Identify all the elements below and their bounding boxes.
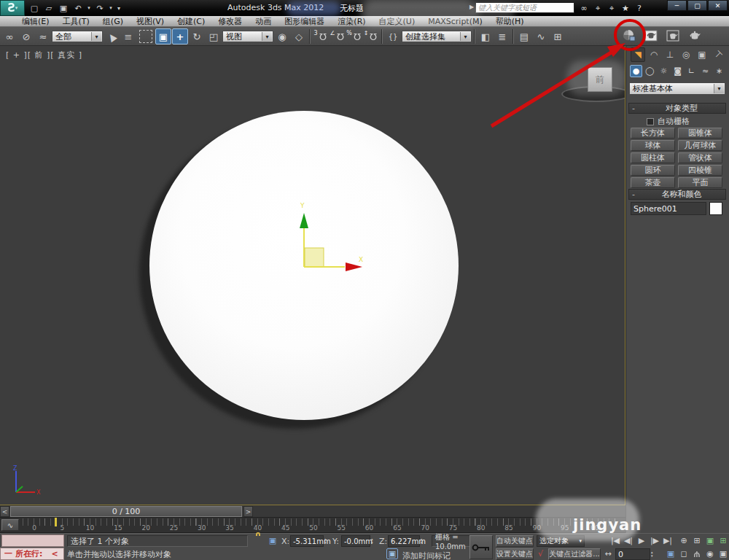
previous-key-icon[interactable]: ◀| (623, 535, 634, 546)
primitive-category-dropdown[interactable]: 标准基本体▾ (629, 82, 725, 95)
object-type-button-plane[interactable]: 平面 (678, 177, 722, 188)
autogrid-checkbox[interactable] (647, 118, 654, 125)
maxscript-listener-line[interactable]: 一 所在行: < (0, 548, 64, 560)
time-slider-track[interactable]: < 0 / 100 > (0, 505, 625, 518)
select-by-name-icon[interactable]: ≡ (120, 28, 136, 44)
x-coordinate-field[interactable]: -5.311mm (290, 535, 324, 547)
maximize-button[interactable]: ▢ (687, 0, 707, 11)
category-geometry-icon[interactable]: ● (630, 65, 642, 77)
pan-hand-icon[interactable]: Ψ (691, 548, 703, 559)
select-object-icon[interactable]: ▲ (101, 28, 123, 45)
save-file-icon[interactable]: ▣ (57, 1, 70, 15)
z-spinner[interactable]: ▴▾ (421, 535, 427, 547)
zoom-region-icon[interactable]: ◻ (678, 548, 690, 559)
render-setup-icon[interactable] (642, 28, 660, 44)
percent-snap-toggle-icon[interactable]: %Ω (346, 28, 362, 44)
current-frame-field[interactable]: 0 (615, 548, 650, 560)
zoom-extents-selected-icon[interactable]: ▣ (665, 548, 677, 559)
category-systems-icon[interactable]: ∗ (713, 65, 725, 77)
menu-create[interactable]: 创建(C) (177, 16, 205, 27)
material-editor-icon[interactable] (620, 28, 638, 44)
menu-views[interactable]: 视图(V) (136, 16, 164, 27)
tab-create-icon[interactable]: ◥ (631, 47, 645, 62)
object-type-button-tube[interactable]: 管状体 (678, 152, 722, 163)
menu-rendering[interactable]: 渲染(R) (338, 16, 365, 27)
undo-flyout-icon[interactable]: ▾ (86, 1, 92, 15)
mirror-icon[interactable]: ◧ (477, 28, 494, 44)
zoom-extents-all-icon[interactable]: ⊞ (717, 535, 729, 546)
collapse-icon[interactable]: - (629, 104, 638, 113)
front-viewport[interactable]: [ + ][ 前 ][ 真实 ] 前 Y X Z X (0, 46, 625, 505)
menu-tools[interactable]: 工具(T) (63, 16, 90, 27)
y-coordinate-field[interactable]: -0.0mm (341, 535, 370, 547)
help-icon[interactable]: ? (634, 2, 645, 14)
category-space-warps-icon[interactable]: ≈ (699, 65, 712, 77)
minimize-button[interactable]: ─ (667, 0, 687, 11)
set-key-button[interactable]: 设置关键点 (496, 548, 534, 560)
object-color-swatch[interactable] (709, 202, 722, 215)
dropdown-arrow-icon[interactable]: ▾ (91, 32, 101, 41)
go-to-start-icon[interactable]: |◀ (609, 535, 621, 546)
infocenter-flyout-icon[interactable]: ▶ (469, 4, 474, 10)
open-mini-curve-editor-icon[interactable]: ∿ (1, 519, 19, 531)
category-helpers-icon[interactable]: ∟ (685, 65, 698, 77)
undo-icon[interactable]: ↶ (71, 1, 85, 15)
bind-to-space-warp-icon[interactable]: ≈ (35, 28, 51, 44)
tab-modify-icon[interactable]: ◠ (647, 47, 661, 62)
add-time-tag[interactable]: 添加时间标记 (402, 551, 451, 560)
object-name-field[interactable]: Sphere001 (631, 202, 706, 215)
zoom-extents-icon[interactable]: ▣ (704, 535, 716, 546)
communication-center-icon[interactable]: ⌖ (606, 2, 617, 14)
y-spinner[interactable]: ▴▾ (371, 535, 378, 547)
reference-coordinate-system-dropdown[interactable]: 视图▾ (222, 31, 273, 42)
object-type-button-pyramid[interactable]: 四棱锥 (678, 165, 722, 176)
collapse-icon[interactable]: - (629, 190, 638, 199)
zoom-all-icon[interactable]: ⊞ (691, 535, 703, 546)
named-selection-sets-dropdown[interactable]: 创建选择集▾ (402, 31, 472, 42)
layer-manager-icon[interactable]: ▤ (516, 28, 532, 44)
menu-help[interactable]: 帮助(H) (496, 16, 524, 27)
maximize-viewport-toggle-icon[interactable]: ▣ (717, 548, 729, 559)
object-type-button-geosphere[interactable]: 几何球体 (678, 140, 722, 151)
dropdown-arrow-icon[interactable]: ▾ (460, 32, 470, 41)
time-slider-handle[interactable]: 0 / 100 (10, 506, 242, 517)
next-frame-arrow[interactable]: > (243, 506, 253, 517)
listener-scroll-arrow[interactable]: < (51, 549, 58, 559)
menu-customize[interactable]: 自定义(U) (379, 16, 416, 27)
zoom-icon[interactable]: ⊕ (678, 535, 690, 546)
menu-modifiers[interactable]: 修改器 (218, 16, 242, 27)
snaps-toggle-icon[interactable]: 3Ω (313, 28, 329, 44)
window-crossing-toggle-icon[interactable]: ▣ (155, 28, 171, 44)
tab-utilities-icon[interactable]: ⊤ (708, 44, 728, 65)
object-type-button-cylinder[interactable]: 圆柱体 (631, 152, 675, 163)
object-type-button-sphere[interactable]: 球体 (631, 140, 675, 151)
track-bar[interactable]: ∿ 05101520253035404550556065707580859095… (0, 518, 625, 533)
tab-motion-icon[interactable]: ◎ (679, 47, 693, 62)
favorites-star-icon[interactable]: ★ (620, 2, 631, 14)
play-animation-icon[interactable]: ▶ (636, 535, 647, 546)
curve-editor-icon[interactable]: ∿ (533, 28, 549, 44)
app-logo-button[interactable]: ◥S▾ (0, 0, 25, 16)
rendered-frame-window-icon[interactable] (664, 28, 682, 44)
absolute-mode-icon[interactable]: ▣ (267, 535, 278, 546)
menu-group[interactable]: 组(G) (103, 16, 123, 27)
isolate-selection-toggle-icon[interactable]: ▣ (386, 548, 398, 559)
category-lights-icon[interactable]: ☼ (658, 65, 670, 77)
rectangular-selection-region-icon[interactable] (139, 30, 152, 43)
set-keys-button[interactable] (469, 535, 493, 559)
dropdown-arrow-icon[interactable]: ▾ (714, 84, 724, 93)
render-production-icon[interactable] (686, 28, 703, 44)
menu-graph-editors[interactable]: 图形编辑器 (284, 16, 324, 27)
key-mode-toggle-icon[interactable]: ↔ (602, 548, 614, 559)
edit-named-selection-sets-icon[interactable]: {} (385, 28, 401, 44)
object-type-button-cone[interactable]: 圆锥体 (678, 128, 722, 139)
menu-edit[interactable]: 编辑(E) (22, 16, 50, 27)
object-type-rollout-header[interactable]: - 对象类型 (628, 103, 726, 114)
object-type-button-teapot[interactable]: 茶壶 (631, 177, 675, 188)
unlink-selection-icon[interactable]: ⊘ (18, 28, 34, 44)
search-binoculars-icon[interactable]: ∞ (578, 2, 590, 14)
use-pivot-point-center-icon[interactable]: ◉ (274, 28, 290, 44)
key-filters-button[interactable]: 关键点过滤器... (548, 548, 601, 560)
new-file-icon[interactable]: ▢ (28, 1, 41, 15)
z-coordinate-field[interactable]: 6.227mm (388, 535, 420, 547)
